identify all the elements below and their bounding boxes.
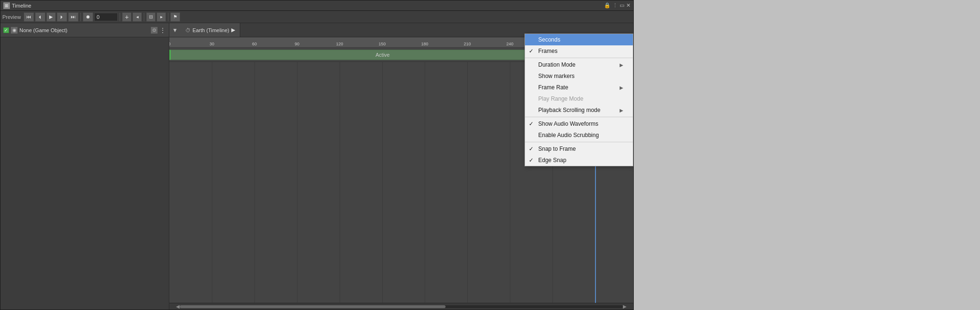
step-forward-button[interactable]: ⏵ <box>57 12 67 22</box>
window-title: Timeline <box>12 3 604 9</box>
menu-label-frame-rate: Frame Rate <box>538 84 568 91</box>
zoom-out-button[interactable]: ◂ <box>132 12 142 22</box>
menu-item-duration-mode[interactable]: Duration Mode ▶ <box>525 59 633 70</box>
ruler-mark-180: 180 <box>421 42 428 47</box>
left-panel-empty <box>0 37 169 310</box>
submenu-arrow-playback-scrolling: ▶ <box>620 108 623 113</box>
check-icon-frames: ✓ <box>529 48 534 54</box>
menu-label-seconds: Seconds <box>538 36 560 43</box>
ruler-mark-30: 30 <box>210 42 214 47</box>
separator-4 <box>168 13 168 21</box>
menu-label-edge-snap: Edge Snap <box>538 157 566 164</box>
track-checkbox[interactable]: ✓ <box>3 27 9 33</box>
menu-icon[interactable]: ⋮ <box>612 2 618 9</box>
menu-label-playback-scrolling: Playback Scrolling mode <box>538 107 600 113</box>
fit-button[interactable]: ⊟ <box>146 12 156 22</box>
track-header: ✓ ◉ None (Game Object) ⊙ ⋮ <box>0 23 169 37</box>
check-icon-snap-to-frame: ✓ <box>529 146 534 152</box>
menu-item-frame-rate[interactable]: Frame Rate ▶ <box>525 82 633 93</box>
frame-input[interactable] <box>94 13 118 21</box>
title-bar-controls: 🔒 ⋮ ▭ ✕ <box>604 2 630 9</box>
title-bar: ⊞ Timeline 🔒 ⋮ ▭ ✕ <box>0 0 633 11</box>
timeline-tab-label[interactable]: Earth (Timeline) <box>192 27 229 33</box>
scroll-right-arrow[interactable]: ▶ <box>623 304 627 309</box>
menu-label-show-markers: Show markers <box>538 73 575 79</box>
content-area: ✓ ◉ None (Game Object) ⊙ ⋮ ▼ ⏱ Earth (Ti… <box>0 23 633 310</box>
track-target-icon[interactable]: ⊙ <box>151 27 158 34</box>
scrollbar-thumb[interactable] <box>180 305 446 308</box>
right-background <box>634 0 980 310</box>
separator-2 <box>120 13 120 21</box>
menu-item-show-audio-waveforms[interactable]: ✓ Show Audio Waveforms <box>525 118 633 129</box>
toolbar: Preview ⏮ ⏴ ▶ ⏵ ⏭ ⏺ + ◂ ⊟ ▸ ⚑ <box>0 11 633 23</box>
maximize-icon[interactable]: ▭ <box>620 2 624 9</box>
menu-item-edge-snap[interactable]: ✓ Edge Snap <box>525 155 633 166</box>
menu-item-snap-to-frame[interactable]: ✓ Snap to Frame <box>525 143 633 155</box>
ruler-mark-0: 0 <box>169 42 171 47</box>
ruler-mark-90: 90 <box>295 42 299 47</box>
check-icon-show-audio-waveforms: ✓ <box>529 121 534 127</box>
timeline-tab-arrow: ▶ <box>231 27 235 33</box>
separator-1 <box>80 13 81 21</box>
track-menu-button[interactable]: ⋮ <box>159 26 166 34</box>
left-panel: ✓ ◉ None (Game Object) ⊙ ⋮ <box>0 23 169 310</box>
lock-icon[interactable]: 🔒 <box>604 2 611 9</box>
timeline-tab-icon: ⏱ <box>185 27 191 33</box>
ruler-mark-120: 120 <box>336 42 343 47</box>
menu-label-play-range-mode: Play Range Mode <box>538 95 583 102</box>
submenu-arrow-frame-rate: ▶ <box>620 85 623 90</box>
menu-item-frames[interactable]: ✓ Frames <box>525 45 633 57</box>
ruler-mark-210: 210 <box>464 42 471 47</box>
scroll-left-arrow[interactable]: ◀ <box>176 304 180 309</box>
menu-item-show-markers[interactable]: Show markers <box>525 70 633 82</box>
menu-item-enable-audio-scrubbing[interactable]: Enable Audio Scrubbing <box>525 129 633 141</box>
timeline-tab: ⏱ Earth (Timeline) ▶ <box>181 23 240 37</box>
track-eye-icon[interactable]: ◉ <box>11 27 18 34</box>
menu-label-snap-to-frame: Snap to Frame <box>538 146 576 152</box>
timeline-window: ⊞ Timeline 🔒 ⋮ ▭ ✕ Preview ⏮ ⏴ ▶ ⏵ ⏭ ⏺ +… <box>0 0 634 310</box>
dropdown-menu: Seconds ✓ Frames Duration Mode ▶ <box>525 34 633 166</box>
skip-back-button[interactable]: ⏮ <box>24 12 34 22</box>
preview-label: Preview <box>2 14 21 20</box>
submenu-arrow-duration-mode: ▶ <box>620 62 623 68</box>
zoom-in-button[interactable]: ▸ <box>157 12 166 22</box>
ruler-mark-240: 240 <box>506 42 513 47</box>
skip-forward-button[interactable]: ⏭ <box>68 12 79 22</box>
separator-menu-1 <box>525 58 633 58</box>
menu-item-seconds[interactable]: Seconds <box>525 34 633 45</box>
close-icon[interactable]: ✕ <box>626 2 630 9</box>
menu-label-show-audio-waveforms: Show Audio Waveforms <box>538 121 598 127</box>
settings-button[interactable]: ⚑ <box>170 12 180 22</box>
add-button[interactable]: + <box>122 12 131 22</box>
menu-label-duration-mode: Duration Mode <box>538 61 576 68</box>
separator-3 <box>144 13 144 21</box>
menu-item-playback-scrolling[interactable]: Playback Scrolling mode ▶ <box>525 104 633 116</box>
ruler-mark-150: 150 <box>378 42 385 47</box>
bottom-scrollbar[interactable]: ◀ ▶ <box>169 303 633 310</box>
play-button[interactable]: ▶ <box>46 12 56 22</box>
step-back-button[interactable]: ⏴ <box>35 12 45 22</box>
scrollbar-track[interactable] <box>180 305 623 308</box>
menu-label-frames: Frames <box>538 48 558 54</box>
track-name: None (Game Object) <box>19 27 151 33</box>
clip-label: Active <box>376 52 390 58</box>
check-icon-edge-snap: ✓ <box>529 157 534 164</box>
window-icon: ⊞ <box>3 2 10 9</box>
separator-menu-2 <box>525 117 633 117</box>
settings-dropdown-trigger[interactable]: ▼ <box>169 23 181 37</box>
ruler-mark-60: 60 <box>252 42 257 47</box>
right-panel-wrapper: ▼ ⏱ Earth (Timeline) ▶ 0 30 60 90 120 15 <box>169 23 633 310</box>
separator-menu-3 <box>525 142 633 142</box>
record-button[interactable]: ⏺ <box>83 12 93 22</box>
menu-label-enable-audio-scrubbing: Enable Audio Scrubbing <box>538 132 599 138</box>
menu-item-play-range-mode: Play Range Mode <box>525 93 633 104</box>
